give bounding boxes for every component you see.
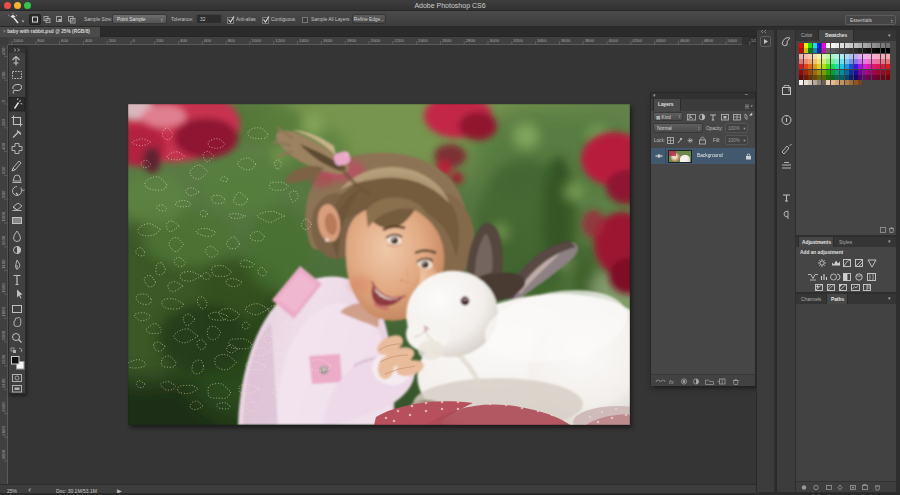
svg-text:1800: 1800 (347, 38, 357, 43)
svg-text:2600: 2600 (442, 38, 452, 43)
svg-text:4600: 4600 (680, 38, 690, 43)
svg-text:200: 200 (109, 38, 117, 43)
svg-text:3200: 3200 (513, 38, 523, 43)
svg-text:2400: 2400 (1, 378, 6, 388)
svg-text:800: 800 (228, 38, 236, 43)
svg-text:400: 400 (1, 47, 6, 55)
svg-text:800: 800 (1, 190, 6, 198)
svg-text:4200: 4200 (632, 38, 642, 43)
svg-text:3000: 3000 (1, 449, 6, 459)
svg-text:600: 600 (204, 38, 212, 43)
svg-text:400: 400 (180, 38, 188, 43)
svg-text:fx: fx (669, 379, 675, 385)
svg-text:800: 800 (37, 38, 45, 43)
svg-text:4000: 4000 (609, 38, 619, 43)
svg-text:1400: 1400 (1, 259, 6, 269)
svg-text:2200: 2200 (1, 354, 6, 364)
svg-text:600: 600 (1, 166, 6, 174)
svg-text:3800: 3800 (585, 38, 595, 43)
svg-text:4800: 4800 (704, 38, 714, 43)
svg-text:2000: 2000 (371, 38, 381, 43)
svg-text:1000: 1000 (1, 211, 6, 221)
svg-text:400: 400 (85, 38, 93, 43)
svg-text:1600: 1600 (1, 283, 6, 293)
svg-text:1000: 1000 (252, 38, 262, 43)
svg-text:2800: 2800 (1, 426, 6, 436)
svg-text:1800: 1800 (1, 307, 6, 317)
svg-text:200: 200 (1, 119, 6, 127)
svg-text:2000: 2000 (1, 330, 6, 340)
svg-text:2200: 2200 (394, 38, 404, 43)
svg-text:5000: 5000 (728, 38, 738, 43)
svg-text:3600: 3600 (561, 38, 571, 43)
svg-text:400: 400 (1, 142, 6, 150)
svg-text:3400: 3400 (537, 38, 547, 43)
svg-text:1200: 1200 (275, 38, 285, 43)
svg-text:1600: 1600 (323, 38, 333, 43)
svg-text:3000: 3000 (490, 38, 500, 43)
svg-text:600: 600 (61, 38, 69, 43)
svg-text:200: 200 (156, 38, 164, 43)
svg-text:4400: 4400 (656, 38, 666, 43)
svg-text:1400: 1400 (299, 38, 309, 43)
svg-text:2600: 2600 (1, 402, 6, 412)
svg-text:200: 200 (1, 71, 6, 79)
svg-text:1000: 1000 (14, 38, 24, 43)
svg-text:1200: 1200 (1, 235, 6, 245)
svg-text:2400: 2400 (418, 38, 428, 43)
svg-text:2800: 2800 (466, 38, 476, 43)
